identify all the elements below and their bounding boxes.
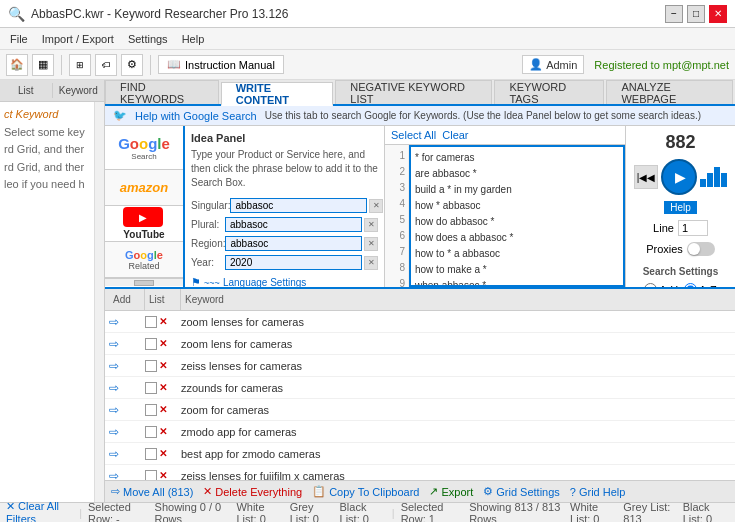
export-icon: ↗ (429, 485, 438, 498)
year-clear-btn[interactable]: ✕ (364, 256, 378, 270)
row-arrow-2[interactable]: ⇨ (109, 337, 119, 351)
menu-import-export[interactable]: Import / Export (36, 31, 120, 47)
tab-analyze-webpage[interactable]: ANALYZE WEBPAGE (606, 80, 733, 104)
language-settings-link[interactable]: Language Settings (223, 277, 306, 287)
sidebar-scrollbar[interactable] (94, 102, 104, 502)
row-delete-6[interactable]: ✕ (159, 426, 167, 437)
row-delete-7[interactable]: ✕ (159, 448, 167, 459)
region-input[interactable] (225, 236, 362, 251)
singular-clear-btn[interactable]: ✕ (369, 199, 383, 213)
line-label: Line (653, 222, 674, 234)
row-delete-3[interactable]: ✕ (159, 360, 167, 371)
copy-clipboard-label: Copy To Clipboard (329, 486, 419, 498)
selected-row-1-status: Selected Row: 1 (401, 501, 464, 523)
cell-add-1: ⇨ (109, 315, 145, 329)
grey-list-status: Grey List: 0 (290, 501, 334, 523)
grid-icon[interactable]: ▦ (32, 54, 54, 76)
region-clear-btn[interactable]: ✕ (364, 237, 378, 251)
copy-to-clipboard-button[interactable]: 📋 Copy To Clipboard (312, 485, 419, 498)
settings-icon[interactable]: ⚙ (121, 54, 143, 76)
menu-help[interactable]: Help (176, 31, 211, 47)
clear-all-filters-btn[interactable]: ✕ Clear All Filters (6, 500, 73, 522)
tab-negative-keyword[interactable]: NEGATIVE KEYWORD LIST (335, 80, 492, 104)
kw-line-1: * for cameras (415, 149, 619, 165)
row-delete-8[interactable]: ✕ (159, 470, 167, 480)
year-input[interactable] (225, 255, 362, 270)
plural-input[interactable] (225, 217, 362, 232)
table-row[interactable]: ⇨ ✕ zeiss lenses for fujifilm x cameras (105, 465, 735, 480)
cell-list-3: ✕ (145, 360, 181, 372)
row-checkbox-1[interactable] (145, 316, 157, 328)
keyword-textarea[interactable]: * for cameras are abbasoc * build a * in… (409, 145, 625, 287)
row-arrow-3[interactable]: ⇨ (109, 359, 119, 373)
sidebar-line4: leo if you need h (4, 178, 85, 190)
row-checkbox-8[interactable] (145, 470, 157, 481)
row-checkbox-2[interactable] (145, 338, 157, 350)
row-delete-1[interactable]: ✕ (159, 316, 167, 327)
table-row[interactable]: ⇨ ✕ zeiss lenses for cameras (105, 355, 735, 377)
scroll-handle[interactable] (134, 280, 154, 286)
close-button[interactable]: ✕ (709, 5, 727, 23)
row-arrow-5[interactable]: ⇨ (109, 403, 119, 417)
scroll-handle-area[interactable] (105, 278, 183, 286)
table-icon[interactable]: ⊞ (69, 54, 91, 76)
move-all-button[interactable]: ⇨ Move All (813) (111, 485, 193, 498)
row-checkbox-6[interactable] (145, 426, 157, 438)
help-badge[interactable]: Help (664, 201, 697, 214)
plural-clear-btn[interactable]: ✕ (364, 218, 378, 232)
home-icon[interactable]: 🏠 (6, 54, 28, 76)
export-button[interactable]: ↗ Export (429, 485, 473, 498)
search-engines-panel: Google Search amazon ▶ YouTube (105, 126, 185, 287)
table-row[interactable]: ⇨ ✕ zoom lens for cameras (105, 333, 735, 355)
table-row[interactable]: ⇨ ✕ best app for zmodo cameras (105, 443, 735, 465)
delete-everything-button[interactable]: ✕ Delete Everything (203, 485, 302, 498)
google-related-inner: Google Related (125, 249, 163, 271)
line-number-input[interactable] (678, 220, 708, 236)
table-row[interactable]: ⇨ ✕ zoom lenses for cameras (105, 311, 735, 333)
amazon-search-engine[interactable]: amazon (105, 170, 183, 206)
table-row[interactable]: ⇨ ✕ zoom for cameras (105, 399, 735, 421)
grid-help-icon: ? (570, 486, 576, 498)
row-arrow-7[interactable]: ⇨ (109, 447, 119, 461)
row-checkbox-3[interactable] (145, 360, 157, 372)
table-row[interactable]: ⇨ ✕ zzounds for cameras (105, 377, 735, 399)
row-delete-2[interactable]: ✕ (159, 338, 167, 349)
window-title: AbbasPC.kwr - Keyword Researcher Pro 13.… (31, 7, 288, 21)
help-google-search-link[interactable]: Help with Google Search (135, 110, 257, 122)
proxies-toggle[interactable] (687, 242, 715, 256)
google-related-engine[interactable]: Google Related (105, 242, 183, 278)
row-arrow-6[interactable]: ⇨ (109, 425, 119, 439)
grid-help-button[interactable]: ? Grid Help (570, 486, 626, 498)
singular-input[interactable] (230, 198, 367, 213)
tab-find-keywords[interactable]: FIND KEYWORDS (105, 80, 219, 104)
instruction-manual-button[interactable]: 📖 Instruction Manual (158, 55, 284, 74)
row-checkbox-4[interactable] (145, 382, 157, 394)
clipboard-icon: 📋 (312, 485, 326, 498)
row-checkbox-7[interactable] (145, 448, 157, 460)
row-delete-4[interactable]: ✕ (159, 382, 167, 393)
admin-button[interactable]: 👤 Admin (522, 55, 584, 74)
row-arrow-4[interactable]: ⇨ (109, 381, 119, 395)
select-all-link[interactable]: Select All (391, 129, 436, 141)
tab-keyword-tags[interactable]: KEYWORD TAGS (494, 80, 604, 104)
title-bar-left: 🔍 AbbasPC.kwr - Keyword Researcher Pro 1… (8, 6, 288, 22)
tag-icon[interactable]: 🏷 (95, 54, 117, 76)
row-checkbox-5[interactable] (145, 404, 157, 416)
idea-panel: Idea Panel Type your Product or Service … (185, 126, 385, 287)
play-button[interactable]: ▶ (661, 159, 697, 195)
clear-link[interactable]: Clear (442, 129, 468, 141)
bar-1 (700, 179, 706, 187)
menu-file[interactable]: File (4, 31, 34, 47)
minimize-button[interactable]: − (665, 5, 683, 23)
grid-settings-button[interactable]: ⚙ Grid Settings (483, 485, 560, 498)
table-row[interactable]: ⇨ ✕ zmodo app for cameras (105, 421, 735, 443)
youtube-search-engine[interactable]: ▶ YouTube (105, 206, 183, 242)
maximize-button[interactable]: □ (687, 5, 705, 23)
row-delete-5[interactable]: ✕ (159, 404, 167, 415)
row-arrow-8[interactable]: ⇨ (109, 469, 119, 481)
tab-write-content[interactable]: WRITE CONTENT (221, 82, 334, 106)
skip-back-button[interactable]: |◀◀ (634, 165, 658, 189)
google-search-engine[interactable]: Google Search (105, 126, 183, 170)
menu-settings[interactable]: Settings (122, 31, 174, 47)
row-arrow-1[interactable]: ⇨ (109, 315, 119, 329)
